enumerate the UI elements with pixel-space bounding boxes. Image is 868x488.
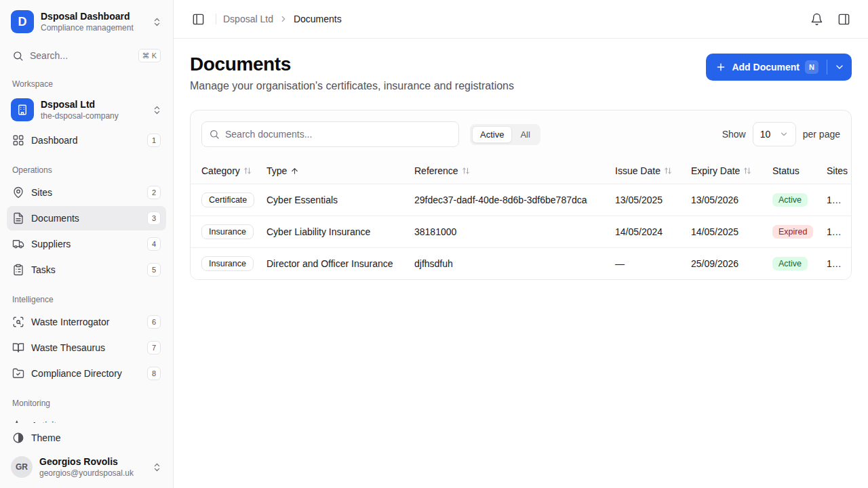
chevrons-up-down-icon: [152, 17, 162, 27]
sidebar-item-badge: 6: [147, 315, 161, 329]
cell-expiry-date: 13/05/2026: [686, 184, 767, 216]
scan-search-icon: [12, 316, 24, 328]
column-header-expiry-date[interactable]: Expiry Date: [691, 165, 751, 176]
column-header-category[interactable]: Category: [201, 165, 252, 176]
panel-left-icon: [192, 13, 205, 26]
header-divider: [216, 14, 216, 24]
breadcrumb-parent[interactable]: Dsposal Ltd: [223, 14, 273, 24]
user-name: Georgios Rovolis: [39, 456, 134, 467]
cell-reference: djfhsdfuh: [409, 248, 610, 280]
folder-check-icon: [12, 367, 24, 380]
sidebar-item-documents[interactable]: Documents 3: [7, 206, 166, 230]
section-label-operations: Operations: [7, 154, 166, 179]
sidebar-item-waste-interrogator[interactable]: Waste Interrogator 6: [7, 310, 166, 334]
cell-issue-date: 13/05/2025: [610, 184, 686, 216]
sidebar-item-badge: 5: [147, 263, 161, 277]
chevron-down-icon: [834, 62, 845, 73]
column-header-type[interactable]: Type: [267, 165, 299, 176]
sort-icon: [743, 167, 751, 175]
theme-toggle[interactable]: Theme: [7, 426, 166, 450]
documents-search: [201, 121, 459, 147]
chevrons-up-down-icon: [152, 462, 162, 472]
sidebar-nav: Workspace Dsposal Ltd the-dsposal-compan…: [0, 68, 173, 423]
app-meta: Dsposal Dashboard Compliance management: [41, 11, 134, 33]
page-size-select[interactable]: 10: [753, 122, 796, 146]
search-shortcut-badge: ⌘ K: [138, 49, 161, 62]
filter-active-button[interactable]: Active: [472, 126, 512, 143]
sidebar-item-dashboard[interactable]: Dashboard 1: [7, 128, 166, 152]
status-badge: Active: [772, 257, 808, 270]
book-open-icon: [12, 342, 24, 354]
status-badge: Expired: [772, 225, 813, 239]
app-subtitle: Compliance management: [41, 23, 134, 33]
column-label: Reference: [414, 165, 458, 176]
app-root: D Dsposal Dashboard Compliance managemen…: [0, 0, 868, 488]
header-actions: [806, 8, 854, 30]
workspace-switcher[interactable]: Dsposal Ltd the-dsposal-company: [7, 93, 166, 127]
cell-issue-date: —: [610, 248, 686, 280]
sidebar-search-label: Search...: [30, 50, 68, 61]
sidebar-item-badge: 3: [147, 211, 161, 225]
main-area: Dsposal Ltd Documents: [174, 0, 868, 488]
sidebar-item-label: Dashboard: [31, 135, 78, 146]
cell-type: Cyber Essentials: [261, 184, 409, 216]
sidebar-item-activity-clipped[interactable]: Activity: [7, 413, 166, 423]
cell-expiry-date: 25/09/2026: [686, 248, 767, 280]
app-switcher[interactable]: D Dsposal Dashboard Compliance managemen…: [7, 7, 166, 37]
add-document-button[interactable]: Add Document N: [706, 54, 827, 81]
workspace-building-icon: [11, 98, 34, 121]
sidebar-item-label: Sites: [31, 187, 52, 198]
right-panel-toggle-button[interactable]: [833, 8, 854, 30]
sidebar-item-badge: 4: [147, 237, 161, 251]
chevron-down-icon: [779, 129, 789, 139]
category-badge: Certificate: [201, 192, 254, 207]
sidebar-item-tasks[interactable]: Tasks 5: [7, 258, 166, 282]
sidebar-item-suppliers[interactable]: Suppliers 4: [7, 232, 166, 256]
table-header-row: Category Type Reference Issue Date Expir…: [191, 158, 851, 184]
file-text-icon: [12, 212, 24, 224]
truck-icon: [12, 238, 24, 250]
sidebar-item-label: Waste Thesaurus: [31, 342, 105, 353]
user-menu[interactable]: GR Georgios Rovolis georgios@yourdsposal…: [7, 451, 166, 483]
breadcrumb: Dsposal Ltd Documents: [223, 14, 342, 24]
add-document-label: Add Document: [732, 62, 800, 73]
sidebar-search[interactable]: Search... ⌘ K: [7, 43, 166, 68]
page-title: Documents: [190, 54, 514, 75]
documents-search-input[interactable]: [201, 121, 459, 147]
category-badge: Insurance: [201, 256, 254, 271]
cell-reference: 29fdec37-dadf-40de-8d6b-3df6be787dca: [409, 184, 610, 216]
page-content: Documents Manage your organisation's cer…: [174, 39, 868, 488]
app-logo-icon: D: [11, 10, 34, 33]
sidebar: D Dsposal Dashboard Compliance managemen…: [0, 0, 174, 488]
cell-sites: 1 site: [821, 216, 851, 248]
cell-type: Cyber Liability Insurance: [261, 216, 409, 248]
user-email: georgios@yourdsposal.uk: [39, 468, 134, 478]
column-header-status: Status: [772, 165, 800, 176]
column-header-issue-date[interactable]: Issue Date: [615, 165, 672, 176]
sidebar-item-compliance-directory[interactable]: Compliance Directory 8: [7, 361, 166, 386]
cell-type: Director and Officer Insurance: [261, 248, 409, 280]
column-header-reference[interactable]: Reference: [414, 165, 470, 176]
plus-icon: [715, 62, 726, 73]
status-badge: Active: [772, 193, 808, 207]
sidebar-toggle-button[interactable]: [187, 8, 209, 30]
theme-label: Theme: [31, 432, 61, 443]
column-label: Category: [201, 165, 240, 176]
sidebar-item-badge: 7: [147, 341, 161, 354]
table-row[interactable]: Insurance Cyber Liability Insurance 3818…: [191, 216, 851, 248]
page-subtitle: Manage your organisation's certificates,…: [190, 80, 514, 92]
table-row[interactable]: Certificate Cyber Essentials 29fdec37-da…: [191, 184, 851, 216]
sort-icon: [664, 167, 672, 175]
table-row[interactable]: Insurance Director and Officer Insurance…: [191, 248, 851, 280]
status-filter-segmented: Active All: [470, 124, 540, 145]
filter-all-button[interactable]: All: [512, 126, 538, 143]
clipboard-list-icon: [12, 264, 24, 276]
notifications-button[interactable]: [806, 8, 827, 30]
sidebar-item-waste-thesaurus[interactable]: Waste Thesaurus 7: [7, 336, 166, 360]
add-document-shortcut-badge: N: [805, 60, 818, 74]
sort-ascending-icon: [290, 167, 299, 176]
sidebar-item-sites[interactable]: Sites 2: [7, 180, 166, 205]
add-document-dropdown-button[interactable]: [827, 54, 852, 81]
dashboard-grid-icon: [12, 134, 24, 146]
contrast-theme-icon: [12, 432, 24, 444]
